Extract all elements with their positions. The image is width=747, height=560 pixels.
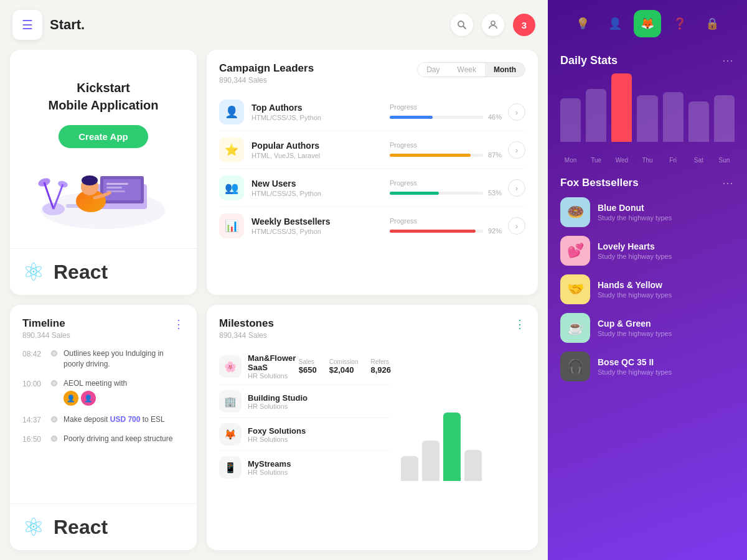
daily-bar (637, 95, 657, 142)
milestone-info: Foxy Solutions HR Solutions (248, 426, 391, 443)
milestone-name: Man&Flower SaaS (248, 353, 299, 372)
day-label: Fri (663, 157, 684, 164)
milestones-list: 🌸 Man&Flower SaaS HR Solutions Sales$650… (219, 348, 391, 483)
progress-bar-fill (390, 192, 439, 195)
day-label: Tue (586, 157, 606, 164)
fox-item: 🍩 Blue Donut Study the highway types (560, 197, 735, 227)
milestone-bar-col (401, 400, 418, 481)
main-area: ☰ Start. 3 Kickstart Mobile Application … (0, 0, 548, 560)
campaign-chevron-button[interactable]: › (508, 179, 525, 197)
fox-thumbnail: 🎧 (560, 352, 590, 381)
tab-month[interactable]: Month (485, 63, 525, 77)
peak-value-label: 57 (617, 73, 627, 83)
milestone-bar-rect (464, 450, 482, 481)
rt-icon-lock[interactable]: 🔒 (698, 10, 726, 37)
profile-button[interactable] (482, 14, 504, 36)
svg-point-15 (37, 176, 52, 187)
react-card-overlay: ⚛ React (10, 503, 197, 550)
fox-item-name: Lovely Hearts (598, 241, 735, 251)
fox-info: Lovely Hearts Study the highway types (598, 241, 735, 260)
milestone-commission: Comission$2,040 (329, 358, 359, 375)
campaign-name: Weekly Bestsellers (251, 217, 390, 226)
avatar: 👤 (81, 391, 96, 406)
kickstart-illustration (35, 148, 172, 229)
timeline-item: 14:37 Make deposit USD 700 to ESL (22, 414, 184, 425)
timeline-highlight: USD 700 (110, 415, 141, 424)
fox-item: 🎧 Bose QC 35 II Study the highway types (560, 352, 735, 381)
campaign-icon-char: 👤 (225, 105, 238, 119)
timeline-dot (51, 416, 57, 422)
progress-section: Progress 53% (390, 179, 502, 197)
create-app-button[interactable]: Create App (59, 125, 148, 148)
svg-point-13 (82, 175, 98, 185)
rt-icon-user[interactable]: 👤 (601, 10, 629, 37)
header: ☰ Start. 3 (0, 0, 548, 50)
progress-label: Progress (390, 179, 502, 187)
timeline-body: 08:42 Outlines keep you Indulging in poo… (22, 348, 184, 444)
campaign-icon: ⭐ (219, 138, 244, 162)
milestone-bar-col (422, 400, 439, 481)
search-button[interactable] (451, 14, 473, 36)
timeline-more-icon[interactable]: ⋮ (173, 317, 184, 331)
progress-bar-bg (390, 116, 483, 119)
progress-pct: 46% (488, 113, 502, 121)
timeline-content: Outlines keep you Indulging in poorly dr… (63, 348, 184, 370)
fox-item-desc: Study the highway types (598, 291, 735, 299)
progress-bar-bg (390, 230, 483, 233)
milestone-row: 📱 MyStreams HR Solutions (219, 451, 391, 483)
timeline-avatars: 👤 👤 (63, 391, 184, 406)
tab-week[interactable]: Week (449, 63, 485, 77)
campaign-chevron-button[interactable]: › (508, 103, 525, 121)
rt-icon-fox[interactable]: 🦊 (634, 10, 661, 37)
progress-bar-fill (390, 230, 476, 233)
timeline-item: 16:50 Poorly driving and keep structure (22, 434, 184, 444)
milestone-icon: 🌸 (219, 355, 242, 378)
campaign-icon-char: ⭐ (225, 143, 238, 157)
campaign-row: 👤 Top Authors HTML/CSS/JS, Python Progre… (219, 93, 525, 131)
campaign-icon: 👥 (219, 175, 244, 200)
timeline-subtitle: 890,344 Sales (22, 331, 70, 340)
react-text-label: React (54, 516, 108, 539)
rt-icon-question[interactable]: ❓ (666, 10, 693, 37)
fox-thumbnail: 🍩 (560, 197, 590, 227)
milestones-header: Milestones 890,344 Sales ⋮ (219, 317, 525, 340)
milestone-row: 🦊 Foxy Solutions HR Solutions (219, 418, 391, 451)
timeline-item: 08:42 Outlines keep you Indulging in poo… (22, 348, 184, 370)
campaign-chevron-button[interactable]: › (508, 141, 525, 159)
progress-label: Progress (390, 217, 502, 225)
svg-point-2 (491, 21, 495, 25)
tab-day[interactable]: Day (418, 63, 448, 77)
progress-pct: 92% (488, 227, 502, 235)
campaign-icon-char: 📊 (225, 219, 238, 233)
notification-badge[interactable]: 3 (513, 14, 535, 36)
right-panel: 💡 👤 🦊 ❓ 🔒 Daily Stats ⋯ 57 MonTueWedThuF… (548, 0, 747, 560)
progress-row: 46% (390, 113, 502, 121)
campaign-icon: 📊 (219, 213, 244, 238)
campaign-row: ⭐ Popular Authors HTML, VueJS, Laravel P… (219, 131, 525, 169)
campaign-name: Popular Authors (251, 141, 390, 151)
campaign-leaders-card: Campaign Leaders 890,344 Sales Day Week … (207, 50, 538, 295)
fox-more-button[interactable]: ⋯ (722, 176, 735, 190)
app-logo-text: Start. (50, 17, 85, 33)
react-symbol-icon: ⚛ (22, 513, 45, 541)
campaign-chevron-button[interactable]: › (508, 217, 525, 235)
fox-item: 💕 Lovely Hearts Study the highway types (560, 236, 735, 266)
milestones-more-icon[interactable]: ⋮ (514, 317, 525, 331)
daily-stats-title: Daily Stats (560, 54, 618, 67)
campaign-name: Top Authors (251, 103, 390, 113)
milestone-info: Man&Flower SaaS HR Solutions (248, 353, 299, 380)
fox-thumbnail: 🤝 (560, 274, 590, 304)
campaign-name: New Users (251, 179, 390, 189)
milestone-bar-rect (443, 413, 461, 481)
milestone-row: 🌸 Man&Flower SaaS HR Solutions Sales$650… (219, 348, 391, 385)
daily-bar (663, 92, 684, 142)
rt-icon-lightbulb[interactable]: 💡 (569, 10, 596, 37)
daily-stats-section: Daily Stats ⋯ 57 MonTueWedThuFriSatSun (548, 44, 747, 170)
daily-stats-more-button[interactable]: ⋯ (722, 54, 735, 67)
daily-bar-highlight: 57 (611, 73, 632, 142)
content-grid: Kickstart Mobile Application Create App (0, 50, 548, 560)
svg-point-0 (458, 21, 464, 27)
daily-bar (560, 98, 581, 142)
timeline-dot (51, 380, 57, 386)
timeline-header: Timeline 890,344 Sales ⋮ (22, 317, 184, 340)
